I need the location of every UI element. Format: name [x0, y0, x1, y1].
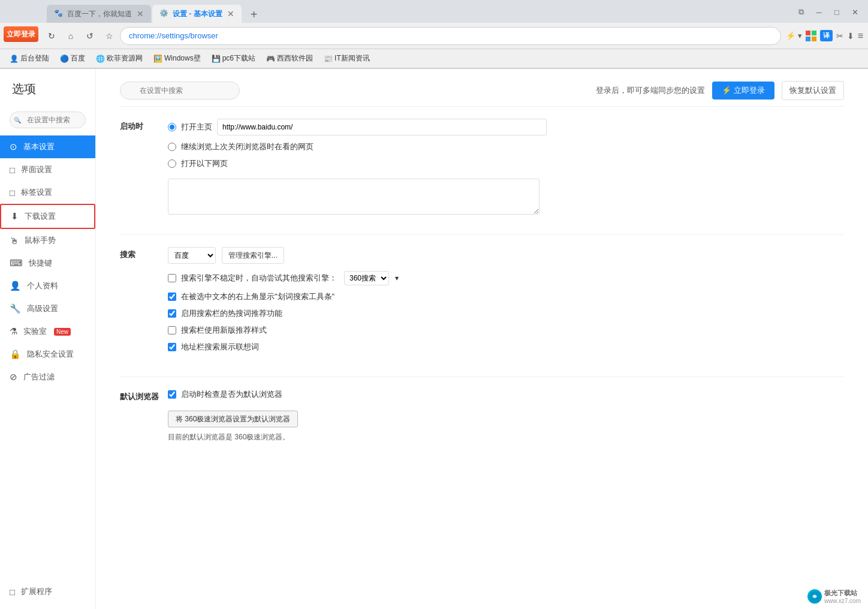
sidebar-label-lab: 实验室 — [23, 326, 47, 337]
settings-search-input[interactable] — [120, 82, 240, 100]
search-row: 搜索 百度 必应 谷歌 管理搜索引擎... 搜索引擎不稳定时，自动尝试其他搜索引… — [120, 247, 844, 358]
search-checkbox5-row: 地址栏搜索展示联想词 — [168, 342, 844, 352]
bookmark-baidu[interactable]: 🔵 百度 — [55, 52, 90, 65]
translate-icon[interactable]: 译 — [820, 30, 833, 41]
fallback-dropdown-arrow: ▾ — [395, 274, 399, 282]
bookmark-admin[interactable]: 👤 后台登陆 — [5, 52, 54, 65]
bookmark-pc6[interactable]: 💾 pc6下载站 — [207, 52, 260, 65]
tab-title-settings: 设置 - 基本设置 — [173, 9, 222, 19]
startup-row: 启动时 打开主页 继续浏览上次关闭浏览器时在看的网页 打开以下网页 — [120, 119, 844, 216]
window-maximize-button[interactable]: □ — [828, 4, 845, 20]
bookmark-xixi[interactable]: 🎮 西西软件园 — [261, 52, 318, 65]
scissors-icon[interactable]: ✂ — [836, 31, 843, 41]
download-icon[interactable]: ⬇ — [847, 31, 854, 41]
bookmark-label-itnews: IT新闻资讯 — [334, 53, 370, 64]
open-pages-textarea[interactable] — [168, 179, 540, 215]
window-tile-button[interactable]: ⧉ — [792, 4, 809, 20]
search-section: 搜索 百度 必应 谷歌 管理搜索引擎... 搜索引擎不稳定时，自动尝试其他搜索引… — [120, 247, 844, 358]
sidebar-item-profile[interactable]: 👤 个人资料 — [0, 275, 95, 297]
sidebar-search-input[interactable] — [10, 111, 86, 128]
privacy-icon: 🔒 — [10, 349, 21, 360]
sidebar-item-ui[interactable]: □ 界面设置 — [0, 158, 95, 181]
bookmark-label-pc6: pc6下载站 — [222, 53, 255, 64]
search-engine-select[interactable]: 百度 必应 谷歌 — [168, 247, 216, 264]
sidebar-item-privacy[interactable]: 🔒 隐私安全设置 — [0, 343, 95, 366]
content-area: 登录后，即可多端同步您的设置 ⚡ 立即登录 恢复默认设置 启动时 打开主页 继续… — [96, 69, 868, 609]
startup-section: 启动时 打开主页 继续浏览上次关闭浏览器时在看的网页 打开以下网页 — [120, 119, 844, 216]
login-main-button[interactable]: ⚡ 立即登录 — [712, 82, 774, 100]
bookmark-oufeiziyuan[interactable]: 🌐 欧菲资源网 — [91, 52, 147, 65]
tab-favicon-baidu: 🐾 — [54, 9, 64, 19]
new-badge: New — [54, 328, 71, 336]
windows-icon[interactable] — [806, 31, 816, 41]
main-content: 选项 ⊙ 基本设置 □ 界面设置 □ 标签设置 ⬇ 下载设置 🖱 鼠标手势 — [0, 69, 868, 609]
lightning-icon[interactable]: ⚡ ▾ — [786, 31, 802, 40]
content-topbar: 登录后，即可多端同步您的设置 ⚡ 立即登录 恢复默认设置 — [120, 81, 844, 107]
default-browser-section: 默认浏览器 启动时检查是否为默认浏览器 将 360极速浏览器设置为默认浏览器 目… — [120, 389, 844, 442]
history-button[interactable]: ↺ — [82, 28, 98, 44]
search-dropdown-row: 百度 必应 谷歌 管理搜索引擎... — [168, 247, 844, 264]
sidebar-item-advanced[interactable]: 🔧 高级设置 — [0, 297, 95, 320]
sidebar-item-lab[interactable]: ⚗ 实验室 New — [0, 320, 95, 343]
default-browser-checkbox[interactable] — [168, 390, 176, 399]
home-button[interactable]: ⌂ — [62, 28, 79, 44]
search-checkbox3[interactable] — [168, 309, 176, 318]
sidebar-label-privacy: 隐私安全设置 — [27, 349, 74, 360]
watermark-text: 极光下载站 www.xz7.com — [824, 589, 861, 604]
sidebar-search-wrap — [10, 111, 86, 128]
manage-engines-button[interactable]: 管理搜索引擎... — [222, 247, 284, 264]
divider2 — [120, 376, 844, 377]
startup-option3: 打开以下网页 — [168, 158, 844, 169]
default-browser-content: 启动时检查是否为默认浏览器 将 360极速浏览器设置为默认浏览器 目前的默认浏览… — [168, 389, 844, 442]
watermark-logo — [807, 589, 822, 604]
sidebar-item-extensions[interactable]: □ 扩展程序 — [0, 580, 96, 603]
refresh-button[interactable]: ↻ — [43, 28, 60, 44]
window-minimize-button[interactable]: ─ — [810, 4, 827, 20]
address-input[interactable] — [120, 27, 781, 45]
sidebar-item-tabs[interactable]: □ 标签设置 — [0, 181, 95, 204]
sidebar-item-download[interactable]: ⬇ 下载设置 — [0, 204, 95, 229]
bookmark-favicon-oufeiziyuan: 🌐 — [96, 55, 104, 63]
sidebar-item-basic[interactable]: ⊙ 基本设置 — [0, 135, 95, 158]
bookmark-favicon-pc6: 💾 — [212, 55, 220, 63]
search-checkbox5[interactable] — [168, 343, 176, 351]
sidebar-title: 选项 — [0, 75, 95, 109]
restore-defaults-button[interactable]: 恢复默认设置 — [782, 81, 844, 100]
search-checkbox4-row: 搜索栏使用新版推荐样式 — [168, 325, 844, 336]
startup-label: 启动时 — [120, 119, 168, 132]
fallback-engine-select[interactable]: 360搜索 必应 — [344, 271, 389, 285]
browser-chrome: 立即登录 🐾 百度一下，你就知道 ✕ ⚙️ 设置 - 基本设置 ✕ + ⧉ ─ … — [0, 0, 868, 69]
sidebar-item-mouse[interactable]: 🖱 鼠标手势 — [0, 229, 95, 252]
advanced-icon: 🔧 — [10, 303, 21, 314]
tab-bar: 立即登录 🐾 百度一下，你就知道 ✕ ⚙️ 设置 - 基本设置 ✕ + ⧉ ─ … — [0, 0, 868, 23]
tab-settings[interactable]: ⚙️ 设置 - 基本设置 ✕ — [152, 5, 242, 23]
sidebar-label-profile: 个人资料 — [27, 281, 58, 291]
sidebar-item-adblock[interactable]: ⊘ 广告过滤 — [0, 366, 95, 388]
new-tab-button[interactable]: + — [245, 6, 263, 23]
homepage-url-input[interactable] — [217, 119, 547, 135]
search-checkbox4-label: 搜索栏使用新版推荐样式 — [181, 325, 267, 336]
sidebar-item-shortcuts[interactable]: ⌨ 快捷键 — [0, 252, 95, 275]
search-checkbox4[interactable] — [168, 326, 176, 334]
sidebar-label-tabs: 标签设置 — [21, 187, 52, 198]
login-float-button[interactable]: 立即登录 — [4, 26, 38, 42]
address-bar: ← → ↻ ⌂ ↺ ☆ ⚡ ▾ 译 ✂ ⬇ ≡ — [0, 23, 868, 49]
startup-option1-label: 打开主页 — [181, 122, 212, 132]
bookmark-label-admin: 后台登陆 — [20, 53, 49, 64]
search-checkbox2[interactable] — [168, 293, 176, 301]
tab-close-settings[interactable]: ✕ — [227, 9, 234, 19]
startup-radio2[interactable] — [168, 143, 176, 151]
tab-baidu[interactable]: 🐾 百度一下，你就知道 ✕ — [47, 5, 151, 23]
tab-close-baidu[interactable]: ✕ — [137, 9, 144, 19]
download-icon-sidebar: ⬇ — [11, 211, 19, 222]
bookmark-itnews[interactable]: 📰 IT新闻资讯 — [319, 52, 375, 65]
window-close-button[interactable]: ✕ — [846, 4, 863, 20]
bookmark-windows[interactable]: 🖼️ Windows壁 — [149, 52, 206, 65]
search-label: 搜索 — [120, 247, 168, 260]
menu-icon[interactable]: ≡ — [858, 31, 863, 41]
startup-radio1[interactable] — [168, 123, 176, 131]
startup-radio3[interactable] — [168, 159, 176, 168]
search-checkbox1[interactable] — [168, 274, 176, 282]
bookmark-button[interactable]: ☆ — [101, 28, 117, 44]
set-default-browser-button[interactable]: 将 360极速浏览器设置为默认浏览器 — [168, 411, 298, 427]
